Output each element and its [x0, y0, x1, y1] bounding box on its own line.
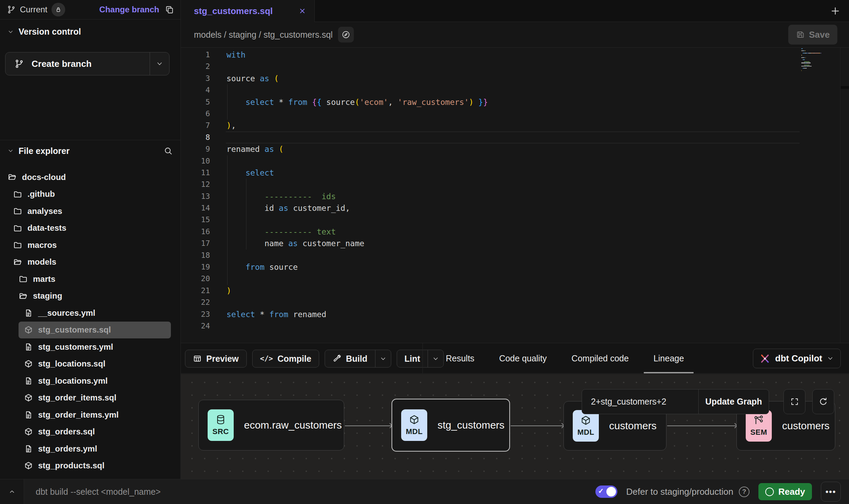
code-line-5[interactable]: 5 select * from {{ source('ecom', 'raw_c…: [181, 96, 849, 108]
lineage-node-stg-customers[interactable]: MDLstg_customers: [392, 399, 510, 452]
code-line-1[interactable]: 1with: [181, 49, 849, 61]
build-dropdown[interactable]: [375, 350, 391, 367]
file-row-stg-order-items-yml[interactable]: stg_order_items.yml: [0, 406, 178, 423]
code-line-22[interactable]: 22: [181, 297, 849, 308]
refresh-button[interactable]: [812, 389, 834, 414]
command-input[interactable]: dbt build --select <model_name>: [36, 479, 161, 504]
build-button[interactable]: Build: [325, 350, 391, 368]
status-ready-badge[interactable]: Ready: [758, 483, 812, 500]
version-control-header[interactable]: Version control: [8, 27, 81, 37]
lineage-panel[interactable]: SRCecom.raw_customersMDLstg_customersMDL…: [181, 374, 849, 479]
code-lines[interactable]: 1with23source as (45 select * from {{ so…: [181, 48, 849, 343]
search-icon[interactable]: [163, 146, 173, 156]
tab-compiled-code[interactable]: Compiled code: [570, 343, 630, 373]
new-tab-button[interactable]: [828, 4, 842, 18]
code-line-9[interactable]: 9renamed as (: [181, 143, 849, 155]
file-row-analyses[interactable]: analyses: [0, 203, 178, 220]
collapse-command-bar[interactable]: [0, 479, 24, 504]
tab-code-quality[interactable]: Code quality: [498, 343, 548, 373]
editor-scrollbar[interactable]: [840, 48, 840, 343]
code-line-14[interactable]: 14 id as customer_id,: [181, 202, 849, 214]
tab-strip: stg_customers.sql: [181, 0, 849, 22]
file-name: stg_customers.yml: [38, 342, 113, 352]
code-line-23[interactable]: 23select * from renamed: [181, 309, 849, 320]
file-row-stg-orders-sql[interactable]: stg_orders.sql: [0, 423, 178, 441]
file-row-stg-customers-yml[interactable]: stg_customers.yml: [0, 338, 178, 356]
lineage-selector-input[interactable]: 2+stg_customers+2: [582, 389, 698, 414]
file-row-staging[interactable]: staging: [0, 288, 178, 305]
tab-stg-customers[interactable]: stg_customers.sql: [181, 0, 315, 22]
fullscreen-button[interactable]: [783, 389, 805, 414]
lineage-edge: [511, 425, 563, 426]
plus-icon: [830, 6, 840, 16]
file-row-docs-cloud[interactable]: docs-cloud: [0, 169, 178, 186]
file-row-stg-products-sql[interactable]: stg_products.sql: [0, 457, 178, 475]
minimap[interactable]: [801, 48, 822, 72]
code-line-12[interactable]: 12: [181, 179, 849, 190]
code-line-2[interactable]: 2: [181, 61, 849, 72]
code-line-10[interactable]: 10: [181, 155, 849, 167]
file-name: stg_orders.yml: [38, 444, 97, 454]
file-name: stg_customers.sql: [38, 325, 111, 335]
lint-label: Lint: [405, 354, 420, 364]
code-line-16[interactable]: 16 ---------- text: [181, 226, 849, 238]
change-branch-link[interactable]: Change branch: [99, 5, 159, 14]
code-line-8[interactable]: 8: [181, 132, 849, 143]
create-branch-button[interactable]: Create branch: [5, 52, 170, 75]
file-row-macros[interactable]: macros: [0, 237, 178, 254]
line-number: 22: [181, 297, 210, 308]
tab-lineage[interactable]: Lineage: [652, 343, 685, 373]
file-name: macros: [27, 240, 57, 250]
code-line-3[interactable]: 3source as (: [181, 73, 849, 84]
code-line-18[interactable]: 18: [181, 250, 849, 261]
file-row-stg-orders-yml[interactable]: stg_orders.yml: [0, 440, 178, 457]
file-row--github[interactable]: .github: [0, 186, 178, 203]
save-button[interactable]: Save: [788, 25, 837, 45]
file-row-stg-order-items-sql[interactable]: stg_order_items.sql: [0, 389, 178, 407]
line-number: 16: [181, 226, 210, 238]
help-icon[interactable]: ?: [739, 487, 749, 497]
file-row-stg-locations-sql[interactable]: stg_locations.sql: [0, 356, 178, 373]
line-number: 6: [181, 108, 210, 120]
update-graph-button[interactable]: Update Graph: [698, 389, 769, 414]
file-explorer-header[interactable]: File explorer: [8, 141, 173, 160]
code-line-21[interactable]: 21): [181, 285, 849, 297]
code-line-6[interactable]: 6: [181, 108, 849, 120]
wrench-icon: [333, 354, 341, 363]
file-row-data-tests[interactable]: data-tests: [0, 220, 178, 237]
close-icon[interactable]: [299, 7, 306, 15]
defer-toggle[interactable]: ✓: [595, 485, 617, 498]
compile-button[interactable]: </> Compile: [252, 350, 319, 368]
code-line-15[interactable]: 15: [181, 214, 849, 226]
line-number: 17: [181, 238, 210, 249]
compass-icon: [341, 30, 350, 39]
code-line-24[interactable]: 24: [181, 320, 849, 332]
current-branch-label: Current: [20, 5, 47, 14]
more-options-button[interactable]: •••: [821, 482, 841, 502]
main-area: stg_customers.sql models / staging / stg…: [181, 0, 849, 479]
code-editor[interactable]: 1with23source as (45 select * from {{ so…: [181, 48, 849, 343]
src-badge: SRC: [208, 409, 234, 441]
file-row-stg-locations-yml[interactable]: stg_locations.yml: [0, 372, 178, 389]
file-name: __sources.yml: [38, 308, 95, 318]
file-row--sources-yml[interactable]: __sources.yml: [0, 304, 178, 322]
lineage-node-ecom-raw-customers[interactable]: SRCecom.raw_customers: [198, 400, 344, 451]
tab-results[interactable]: Results: [444, 343, 476, 373]
code-line-19[interactable]: 19 from source: [181, 261, 849, 273]
navigate-button[interactable]: [338, 27, 354, 43]
file-row-models[interactable]: models: [0, 254, 178, 271]
code-line-7[interactable]: 7),: [181, 120, 849, 131]
code-line-11[interactable]: 11 select: [181, 167, 849, 179]
create-branch-dropdown[interactable]: [150, 52, 169, 75]
copy-icon[interactable]: [165, 5, 174, 14]
code-line-17[interactable]: 17 name as customer_name: [181, 238, 849, 249]
code-line-20[interactable]: 20: [181, 273, 849, 285]
code-line-13[interactable]: 13 ---------- ids: [181, 191, 849, 202]
file-row-marts[interactable]: marts: [0, 271, 178, 288]
line-number: 5: [181, 96, 210, 108]
file-name: stg_orders.sql: [38, 427, 95, 436]
dbt-copilot-button[interactable]: dbt Copilot: [753, 349, 841, 368]
code-line-4[interactable]: 4: [181, 84, 849, 96]
file-row-stg-customers-sql[interactable]: stg_customers.sql: [19, 322, 171, 339]
preview-button[interactable]: Preview: [185, 350, 247, 368]
